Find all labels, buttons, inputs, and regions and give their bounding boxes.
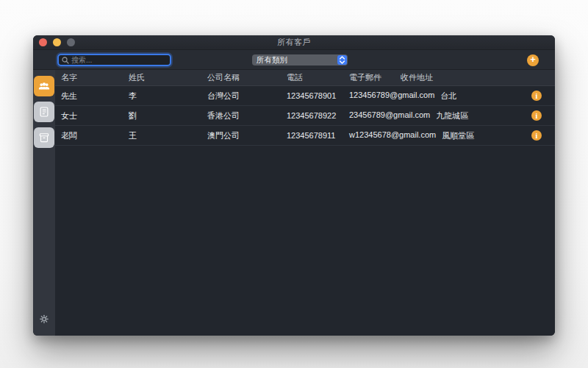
info-button[interactable]: i: [531, 110, 542, 121]
content-area: 名字 姓氏 公司名稱 電話 電子郵件 收件地址 先生 李 台灣公司 123456…: [33, 70, 555, 336]
cell-last-name: 劉: [129, 110, 207, 121]
cell-address: 九龍城區: [436, 110, 468, 121]
add-customer-button[interactable]: +: [527, 54, 539, 66]
cell-first-name: 女士: [61, 110, 129, 121]
sidebar-item-customers[interactable]: [34, 76, 54, 96]
sidebar-item-archive[interactable]: [34, 127, 54, 148]
cell-phone: 12345678911: [287, 131, 349, 140]
window-title: 所有客戶: [33, 37, 555, 48]
header-email[interactable]: 電子郵件: [349, 72, 401, 83]
cell-first-name: 老闆: [61, 130, 129, 141]
cell-company: 香港公司: [207, 110, 287, 121]
cell-company: 台灣公司: [207, 91, 287, 102]
cell-email: w12345678@gmail.com: [349, 130, 436, 141]
cell-first-name: 先生: [61, 91, 129, 102]
customer-table: 名字 姓氏 公司名稱 電話 電子郵件 收件地址 先生 李 台灣公司 123456…: [55, 70, 555, 336]
header-first-name[interactable]: 名字: [61, 72, 129, 83]
header-address[interactable]: 收件地址: [401, 72, 555, 83]
box-icon: [37, 131, 51, 144]
table-row[interactable]: 老闆 王 澳門公司 12345678911 w12345678@gmail.co…: [55, 126, 555, 146]
cell-last-name: 王: [129, 130, 207, 141]
cell-address: 台北: [440, 91, 456, 102]
cell-phone: 12345678922: [287, 111, 349, 120]
zoom-button[interactable]: [67, 38, 75, 46]
cell-address: 風順堂區: [442, 130, 474, 141]
cell-email: 23456789@gmail.com: [349, 110, 430, 121]
category-selected-label: 所有類別: [257, 55, 287, 66]
table-row[interactable]: 女士 劉 香港公司 12345678922 23456789@gmail.com…: [55, 106, 555, 126]
info-icon: i: [536, 92, 538, 100]
table-row[interactable]: 先生 李 台灣公司 12345678901 123456789@gmail.co…: [55, 86, 555, 106]
document-list-icon: [37, 105, 51, 118]
info-icon: i: [536, 132, 538, 140]
people-icon: [37, 79, 51, 93]
table-header-row: 名字 姓氏 公司名稱 電話 電子郵件 收件地址: [55, 70, 555, 86]
cell-email: 123456789@gmail.com: [349, 91, 434, 102]
header-company[interactable]: 公司名稱: [207, 72, 287, 83]
search-icon: [62, 57, 69, 64]
plus-icon: +: [530, 54, 536, 65]
window-titlebar[interactable]: 所有客戶: [33, 35, 555, 50]
header-phone[interactable]: 電話: [287, 72, 349, 83]
toolbar: 所有類別 +: [33, 50, 555, 70]
settings-button[interactable]: [40, 314, 49, 327]
info-button[interactable]: i: [531, 130, 542, 141]
sidebar: [33, 70, 55, 336]
cell-last-name: 李: [129, 91, 207, 102]
category-select[interactable]: 所有類別: [252, 54, 348, 66]
close-button[interactable]: [39, 38, 47, 46]
popup-chevrons-icon: [337, 55, 347, 65]
sidebar-item-invoices[interactable]: [34, 102, 54, 122]
app-window: 所有客戶 所有類別 +: [33, 35, 555, 336]
gear-icon: [40, 314, 49, 324]
info-icon: i: [536, 112, 538, 120]
cell-company: 澳門公司: [207, 130, 287, 141]
cell-phone: 12345678901: [287, 91, 349, 100]
minimize-button[interactable]: [53, 38, 61, 46]
table-body: 先生 李 台灣公司 12345678901 123456789@gmail.co…: [55, 86, 555, 146]
header-last-name[interactable]: 姓氏: [129, 72, 207, 83]
search-input[interactable]: [71, 56, 167, 64]
info-button[interactable]: i: [531, 91, 542, 101]
search-field[interactable]: [57, 54, 171, 66]
traffic-lights: [39, 35, 75, 49]
